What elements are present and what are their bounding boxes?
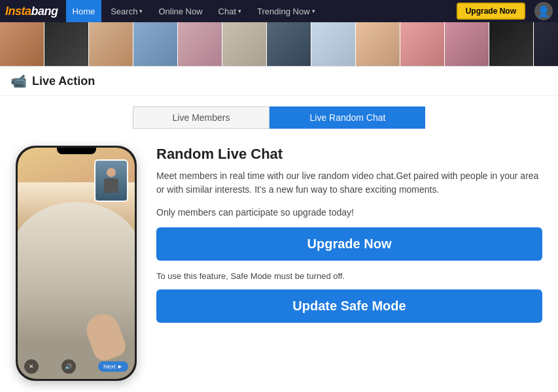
- thumbnail-strip: [0, 22, 558, 67]
- pip-figure: [102, 168, 120, 194]
- thumbnail-3[interactable]: [89, 22, 133, 67]
- pip-person: [96, 161, 127, 201]
- thumbnail-11[interactable]: [445, 22, 489, 67]
- brand-logo[interactable]: Instabang: [5, 5, 58, 18]
- tab-live-random[interactable]: Live Random Chat: [270, 106, 425, 129]
- thumbnail-5[interactable]: [178, 22, 222, 67]
- phone-mockup: ✕ 🔊 Next ►: [16, 146, 137, 381]
- phone-main-person: [18, 182, 135, 379]
- thumbnail-10[interactable]: [400, 22, 445, 67]
- upgrade-now-button[interactable]: Upgrade Now: [156, 227, 542, 261]
- nav-upgrade-button[interactable]: Upgrade Now: [457, 3, 525, 20]
- thumbnail-2[interactable]: [44, 22, 89, 67]
- phone-notch: [57, 148, 96, 154]
- chat-description: Meet members in real time with our live …: [156, 169, 542, 197]
- thumbnail-6[interactable]: [222, 22, 267, 67]
- nav-online-now[interactable]: Online Now: [152, 0, 209, 22]
- thumbnail-8[interactable]: [311, 22, 356, 67]
- pip-body: [104, 178, 118, 193]
- thumbnail-12[interactable]: [489, 22, 534, 67]
- chevron-down-icon-chat: ▾: [238, 8, 241, 14]
- nav-chat[interactable]: Chat ▾: [212, 0, 248, 22]
- safe-mode-note: To use this feature, Safe Mode must be t…: [156, 270, 542, 283]
- chevron-down-icon: ▾: [139, 8, 143, 14]
- nav-search[interactable]: Search ▾: [104, 0, 149, 22]
- thumbnail-4[interactable]: [133, 22, 178, 67]
- nav-home[interactable]: Home: [66, 0, 102, 22]
- navbar: Instabang Home Search ▾ Online Now Chat …: [0, 0, 558, 22]
- chat-title: Random Live Chat: [156, 146, 542, 163]
- phone-screen: ✕ 🔊 Next ►: [18, 148, 135, 379]
- nav-trending[interactable]: Trending Now ▾: [251, 0, 321, 22]
- main-content: ✕ 🔊 Next ► Random Live Chat Meet members…: [0, 135, 558, 391]
- pip-head: [107, 168, 116, 177]
- thumbnail-1[interactable]: [0, 22, 44, 67]
- volume-button[interactable]: 🔊: [61, 359, 76, 374]
- avatar[interactable]: 👤: [534, 2, 553, 20]
- phone-controls: ✕ 🔊 Next ►: [18, 359, 135, 374]
- thumbnail-7[interactable]: [267, 22, 311, 67]
- close-button[interactable]: ✕: [24, 359, 39, 374]
- section-title: Live Action: [32, 74, 95, 88]
- update-safe-mode-button[interactable]: Update Safe Mode: [156, 289, 542, 323]
- thumbnail-9[interactable]: [356, 22, 400, 67]
- chevron-down-icon-trending: ▾: [312, 8, 315, 14]
- members-note: Only members can participate so upgrade …: [156, 206, 542, 220]
- section-header: 📹 Live Action: [0, 67, 558, 96]
- tabs-row: Live Members Live Random Chat: [0, 96, 558, 135]
- next-button[interactable]: Next ►: [98, 361, 128, 372]
- tab-live-members[interactable]: Live Members: [133, 106, 270, 129]
- thumbnail-13[interactable]: [534, 22, 558, 67]
- video-camera-icon: 📹: [10, 73, 27, 89]
- right-panel: Random Live Chat Meet members in real ti…: [156, 146, 542, 323]
- phone-pip: [94, 159, 128, 202]
